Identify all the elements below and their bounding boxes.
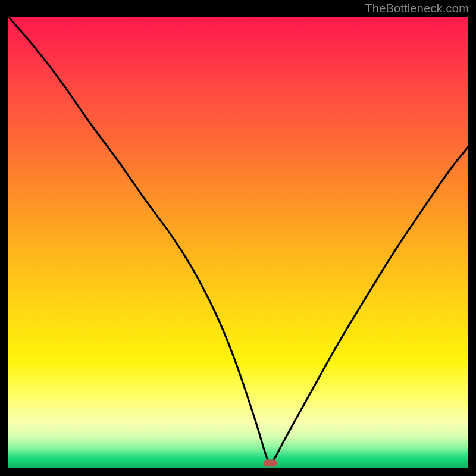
plot-svg	[8, 17, 468, 468]
watermark-text: TheBottleneck.com	[365, 2, 469, 15]
bottleneck-curve	[8, 17, 468, 463]
plot-area	[8, 17, 468, 468]
optimal-point-marker	[264, 459, 277, 466]
chart-frame: TheBottleneck.com	[0, 0, 476, 476]
